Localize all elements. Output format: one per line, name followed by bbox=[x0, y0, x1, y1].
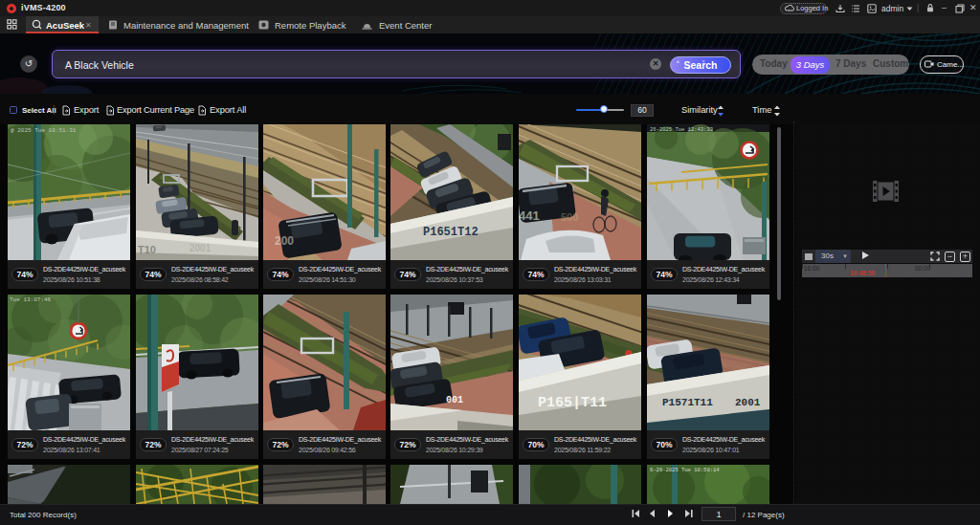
svg-text:P1651T12: P1651T12 bbox=[423, 226, 479, 239]
svg-text:P1571T11: P1571T11 bbox=[662, 397, 713, 408]
svg-text:@ 2025 Tue 10:51:31: @ 2025 Tue 10:51:31 bbox=[11, 127, 77, 134]
svg-text:200: 200 bbox=[275, 234, 294, 248]
svg-text:26-2025 Tue 12:43:33: 26-2025 Tue 12:43:33 bbox=[650, 126, 713, 133]
svg-text:001: 001 bbox=[446, 395, 463, 405]
svg-text:500: 500 bbox=[561, 211, 578, 223]
svg-text:441: 441 bbox=[519, 208, 540, 223]
svg-text:T10: T10 bbox=[138, 244, 156, 255]
svg-text:2001: 2001 bbox=[189, 243, 212, 253]
svg-text:6-26-2025 Tue 10:50:14: 6-26-2025 Tue 10:50:14 bbox=[650, 467, 720, 473]
svg-text:P165|T11: P165|T11 bbox=[538, 395, 607, 411]
svg-text:Tue 13:07:46: Tue 13:07:46 bbox=[10, 296, 52, 303]
svg-text:2001: 2001 bbox=[735, 397, 761, 408]
